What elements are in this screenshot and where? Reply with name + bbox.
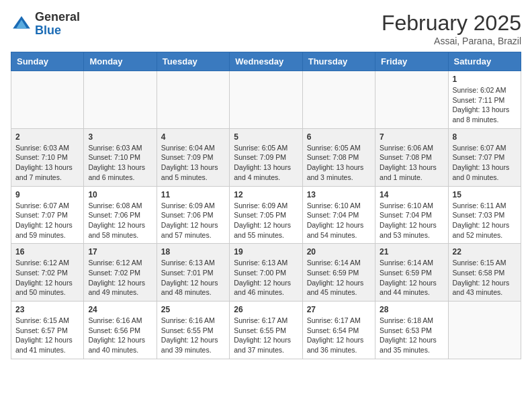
day-number: 26 [234, 305, 298, 314]
day-info: Sunrise: 6:15 AMSunset: 6:57 PMDaylight:… [15, 316, 79, 355]
calendar-cell: 13Sunrise: 6:10 AMSunset: 7:04 PMDayligh… [302, 186, 375, 244]
calendar-cell: 14Sunrise: 6:10 AMSunset: 7:04 PMDayligh… [375, 186, 448, 244]
weekday-header-row: SundayMondayTuesdayWednesdayThursdayFrid… [11, 52, 521, 71]
day-number: 7 [380, 132, 443, 142]
day-info: Sunrise: 6:05 AMSunset: 7:09 PMDaylight:… [234, 143, 298, 183]
calendar-cell: 15Sunrise: 6:11 AMSunset: 7:03 PMDayligh… [448, 186, 521, 244]
calendar-cell: 4Sunrise: 6:04 AMSunset: 7:09 PMDaylight… [157, 128, 229, 186]
weekday-header-thursday: Thursday [302, 52, 375, 71]
day-info: Sunrise: 6:03 AMSunset: 7:10 PMDaylight:… [15, 143, 79, 183]
day-number: 17 [88, 247, 152, 257]
calendar-cell: 9Sunrise: 6:07 AMSunset: 7:07 PMDaylight… [11, 186, 84, 244]
day-info: Sunrise: 6:06 AMSunset: 7:08 PMDaylight:… [380, 143, 443, 183]
week-row-2: 2Sunrise: 6:03 AMSunset: 7:10 PMDaylight… [11, 128, 521, 186]
calendar-table: SundayMondayTuesdayWednesdayThursdayFrid… [11, 52, 521, 359]
day-info: Sunrise: 6:08 AMSunset: 7:06 PMDaylight:… [88, 201, 152, 240]
day-number: 16 [15, 247, 79, 257]
day-info: Sunrise: 6:16 AMSunset: 6:56 PMDaylight:… [88, 316, 152, 355]
day-number: 3 [88, 132, 152, 142]
day-number: 5 [234, 132, 298, 142]
day-info: Sunrise: 6:11 AMSunset: 7:03 PMDaylight:… [453, 201, 517, 240]
day-number: 11 [161, 190, 225, 199]
calendar-cell [375, 71, 448, 129]
week-row-4: 16Sunrise: 6:12 AMSunset: 7:02 PMDayligh… [11, 244, 521, 302]
day-info: Sunrise: 6:04 AMSunset: 7:09 PMDaylight:… [161, 143, 225, 183]
calendar-cell [84, 71, 157, 129]
weekday-header-monday: Monday [84, 52, 157, 71]
logo-general: General [35, 10, 80, 24]
day-number: 27 [307, 305, 371, 314]
calendar-cell: 16Sunrise: 6:12 AMSunset: 7:02 PMDayligh… [11, 244, 84, 302]
day-number: 25 [161, 305, 225, 314]
title-block: February 2025 Assai, Parana, Brazil [382, 11, 521, 46]
calendar-cell [11, 71, 84, 129]
weekday-header-friday: Friday [375, 52, 448, 71]
day-number: 1 [453, 75, 517, 84]
month-title: February 2025 [382, 11, 521, 36]
day-number: 14 [380, 190, 443, 199]
weekday-header-saturday: Saturday [448, 52, 521, 71]
day-number: 10 [88, 190, 152, 199]
day-info: Sunrise: 6:12 AMSunset: 7:02 PMDaylight:… [15, 258, 79, 298]
day-number: 18 [161, 247, 225, 257]
day-info: Sunrise: 6:03 AMSunset: 7:10 PMDaylight:… [88, 143, 152, 183]
calendar-cell: 5Sunrise: 6:05 AMSunset: 7:09 PMDaylight… [230, 128, 302, 186]
day-info: Sunrise: 6:17 AMSunset: 6:55 PMDaylight:… [234, 316, 298, 355]
day-number: 8 [453, 132, 517, 142]
calendar-cell: 3Sunrise: 6:03 AMSunset: 7:10 PMDaylight… [84, 128, 157, 186]
day-info: Sunrise: 6:15 AMSunset: 6:58 PMDaylight:… [453, 258, 517, 298]
day-info: Sunrise: 6:09 AMSunset: 7:05 PMDaylight:… [234, 201, 298, 240]
day-info: Sunrise: 6:07 AMSunset: 7:07 PMDaylight:… [453, 143, 517, 183]
logo-text: General Blue [35, 11, 80, 38]
day-number: 24 [88, 305, 152, 314]
calendar-cell: 11Sunrise: 6:09 AMSunset: 7:06 PMDayligh… [157, 186, 229, 244]
week-row-1: 1Sunrise: 6:02 AMSunset: 7:11 PMDaylight… [11, 71, 521, 129]
calendar-cell: 19Sunrise: 6:13 AMSunset: 7:00 PMDayligh… [230, 244, 302, 302]
calendar-cell [302, 71, 375, 129]
page-header: General Blue February 2025 Assai, Parana… [11, 11, 521, 46]
calendar-cell [448, 302, 521, 359]
calendar-cell: 12Sunrise: 6:09 AMSunset: 7:05 PMDayligh… [230, 186, 302, 244]
calendar-cell: 17Sunrise: 6:12 AMSunset: 7:02 PMDayligh… [84, 244, 157, 302]
calendar-cell: 6Sunrise: 6:05 AMSunset: 7:08 PMDaylight… [302, 128, 375, 186]
day-info: Sunrise: 6:09 AMSunset: 7:06 PMDaylight:… [161, 201, 225, 240]
calendar-cell: 22Sunrise: 6:15 AMSunset: 6:58 PMDayligh… [448, 244, 521, 302]
day-info: Sunrise: 6:12 AMSunset: 7:02 PMDaylight:… [88, 258, 152, 298]
day-number: 23 [15, 305, 79, 314]
calendar-cell: 7Sunrise: 6:06 AMSunset: 7:08 PMDaylight… [375, 128, 448, 186]
logo-icon [11, 13, 32, 35]
day-info: Sunrise: 6:14 AMSunset: 6:59 PMDaylight:… [380, 258, 443, 298]
day-info: Sunrise: 6:18 AMSunset: 6:53 PMDaylight:… [380, 316, 443, 355]
location-title: Assai, Parana, Brazil [382, 36, 521, 46]
calendar-cell: 25Sunrise: 6:16 AMSunset: 6:55 PMDayligh… [157, 302, 229, 359]
calendar-cell [157, 71, 229, 129]
day-number: 2 [15, 132, 79, 142]
day-number: 4 [161, 132, 225, 142]
weekday-header-tuesday: Tuesday [157, 52, 229, 71]
weekday-header-sunday: Sunday [11, 52, 84, 71]
day-number: 19 [234, 247, 298, 257]
calendar-cell: 2Sunrise: 6:03 AMSunset: 7:10 PMDaylight… [11, 128, 84, 186]
calendar-cell: 24Sunrise: 6:16 AMSunset: 6:56 PMDayligh… [84, 302, 157, 359]
day-info: Sunrise: 6:07 AMSunset: 7:07 PMDaylight:… [15, 201, 79, 240]
calendar-cell: 26Sunrise: 6:17 AMSunset: 6:55 PMDayligh… [230, 302, 302, 359]
day-info: Sunrise: 6:17 AMSunset: 6:54 PMDaylight:… [307, 316, 371, 355]
weekday-header-wednesday: Wednesday [230, 52, 302, 71]
calendar-cell: 18Sunrise: 6:13 AMSunset: 7:01 PMDayligh… [157, 244, 229, 302]
calendar-cell: 20Sunrise: 6:14 AMSunset: 6:59 PMDayligh… [302, 244, 375, 302]
day-info: Sunrise: 6:14 AMSunset: 6:59 PMDaylight:… [307, 258, 371, 298]
day-number: 15 [453, 190, 517, 199]
day-info: Sunrise: 6:13 AMSunset: 7:00 PMDaylight:… [234, 258, 298, 298]
calendar-cell: 8Sunrise: 6:07 AMSunset: 7:07 PMDaylight… [448, 128, 521, 186]
day-info: Sunrise: 6:05 AMSunset: 7:08 PMDaylight:… [307, 143, 371, 183]
day-info: Sunrise: 6:10 AMSunset: 7:04 PMDaylight:… [307, 201, 371, 240]
calendar-cell: 28Sunrise: 6:18 AMSunset: 6:53 PMDayligh… [375, 302, 448, 359]
day-number: 13 [307, 190, 371, 199]
day-number: 20 [307, 247, 371, 257]
calendar-cell: 1Sunrise: 6:02 AMSunset: 7:11 PMDaylight… [448, 71, 521, 129]
day-info: Sunrise: 6:02 AMSunset: 7:11 PMDaylight:… [453, 85, 517, 125]
day-info: Sunrise: 6:13 AMSunset: 7:01 PMDaylight:… [161, 258, 225, 298]
day-info: Sunrise: 6:16 AMSunset: 6:55 PMDaylight:… [161, 316, 225, 355]
logo: General Blue [11, 11, 80, 38]
calendar-cell [230, 71, 302, 129]
